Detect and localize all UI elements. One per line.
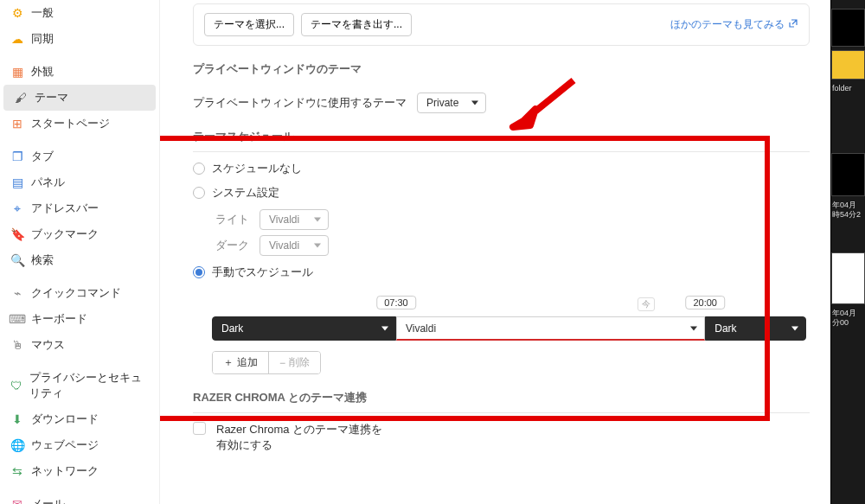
sidebar-item-startpage[interactable]: ⊞スタートページ: [0, 111, 159, 137]
sidebar-item-bookmarks-icon: 🔖: [10, 227, 24, 241]
sidebar-item-appearance-icon: ▦: [10, 65, 24, 79]
dark-theme-select[interactable]: Vivaldi: [260, 235, 329, 256]
theme-schedule-section: テーマスケジュール スケジュールなし システム設定 ライト Vivaldi ダー…: [193, 129, 810, 374]
private-window-theme-section: プライベートウィンドウのテーマ プライベートウィンドウに使用するテーマ Priv…: [193, 61, 810, 113]
settings-sidebar: ⚙一般☁同期▦外観🖌テーマ⊞スタートページ❐タブ▤パネル⌖アドレスバー🔖ブックマ…: [0, 0, 160, 504]
sidebar-item-label: プライバシーとセキュリティ: [29, 370, 149, 401]
sidebar-item-quickcmd-icon: ⌁: [10, 286, 24, 300]
sidebar-item-themes-icon: 🖌: [14, 91, 28, 105]
plus-icon: ＋: [223, 355, 234, 370]
sidebar-item-network-icon: ⇆: [10, 464, 24, 478]
sidebar-item-privacy[interactable]: 🛡プライバシーとセキュリティ: [0, 365, 159, 406]
sidebar-item-label: クイックコマンド: [31, 285, 121, 301]
sidebar-item-label: スタートページ: [31, 116, 110, 131]
add-schedule-button[interactable]: ＋ 追加: [213, 352, 268, 373]
desktop-thumb-label: 年04月 時54分2: [831, 200, 865, 220]
sidebar-item-bookmarks[interactable]: 🔖ブックマーク: [0, 221, 159, 247]
desktop-thumb-label: 年04月 分00: [831, 308, 865, 329]
minus-icon: −: [279, 357, 285, 369]
sidebar-item-downloads-icon: ⬇: [10, 412, 24, 426]
sidebar-item-general[interactable]: ⚙一般: [0, 0, 159, 26]
sidebar-item-label: ブックマーク: [31, 226, 99, 242]
sidebar-item-network[interactable]: ⇆ネットワーク: [0, 458, 159, 484]
sidebar-item-keyboard-icon: ⌨: [10, 312, 24, 326]
sidebar-item-webpages[interactable]: 🌐ウェブページ: [0, 432, 159, 458]
sidebar-item-sync-icon: ☁: [10, 32, 24, 46]
sidebar-item-panel-icon: ▤: [10, 175, 24, 189]
radio-system-label: システム設定: [212, 185, 279, 201]
schedule-add-remove-group: ＋ 追加 − 削除: [212, 351, 321, 374]
private-section-title: プライベートウィンドウのテーマ: [193, 61, 810, 84]
sidebar-item-search-icon: 🔍: [10, 253, 24, 267]
radio-manual-label: 手動でスケジュール: [212, 265, 313, 280]
light-label: ライト: [215, 212, 249, 227]
sidebar-item-label: 外観: [31, 64, 54, 80]
sidebar-item-label: テーマ: [35, 90, 68, 105]
razer-section-title: RAZER CHROMA とのテーマ連携: [193, 390, 810, 413]
radio-manual[interactable]: [193, 266, 205, 278]
sidebar-item-label: マウス: [31, 337, 65, 353]
more-themes-link[interactable]: ほかのテーマも見てみる: [670, 17, 798, 32]
sidebar-item-label: 同期: [31, 31, 54, 47]
sidebar-item-mouse-icon: 🖱: [10, 338, 24, 352]
sidebar-item-label: タブ: [31, 149, 54, 164]
desktop-thumb[interactable]: [831, 153, 865, 196]
settings-main: テーマを選択... テーマを書き出す... ほかのテーマも見てみる プライベート…: [160, 0, 830, 504]
radio-no-schedule-label: スケジュールなし: [212, 161, 302, 176]
remove-schedule-button[interactable]: − 削除: [268, 352, 320, 373]
schedule-seg-3[interactable]: Dark: [705, 316, 806, 341]
sidebar-item-general-icon: ⚙: [10, 6, 24, 20]
sidebar-item-mail[interactable]: ✉メール: [0, 491, 159, 504]
sidebar-item-addressbar[interactable]: ⌖アドレスバー: [0, 195, 159, 221]
razer-checkbox-label: Razer Chroma とのテーマ連携を有効にする: [216, 422, 389, 453]
sidebar-item-label: アドレスバー: [31, 201, 99, 216]
time-pill-1[interactable]: 07:30: [376, 296, 416, 309]
desktop-thumb[interactable]: [831, 252, 865, 304]
external-link-icon: [788, 18, 798, 31]
desktop-folder-label: folder: [831, 83, 865, 94]
export-theme-button[interactable]: テーマを書き出す...: [301, 13, 412, 36]
sidebar-item-search[interactable]: 🔍検索: [0, 247, 159, 273]
sidebar-item-label: メール: [31, 496, 65, 504]
theme-actions-box: テーマを選択... テーマを書き出す... ほかのテーマも見てみる: [193, 3, 810, 46]
sidebar-item-appearance[interactable]: ▦外観: [0, 59, 159, 85]
desktop-folder-icon[interactable]: [831, 50, 865, 80]
sidebar-item-panel[interactable]: ▤パネル: [0, 169, 159, 195]
schedule-seg-1[interactable]: Dark: [212, 316, 396, 341]
desktop-strip: folder 年04月 時54分2 年04月 分00: [830, 0, 865, 504]
sidebar-item-label: 検索: [31, 252, 54, 268]
sidebar-item-mouse[interactable]: 🖱マウス: [0, 332, 159, 358]
sidebar-item-quickcmd[interactable]: ⌁クイックコマンド: [0, 280, 159, 306]
sidebar-item-tabs-icon: ❐: [10, 150, 24, 163]
sidebar-item-label: 一般: [31, 5, 54, 21]
sidebar-item-downloads[interactable]: ⬇ダウンロード: [0, 406, 159, 432]
sidebar-item-label: キーボード: [31, 311, 87, 327]
radio-system[interactable]: [193, 187, 205, 199]
sidebar-item-themes[interactable]: 🖌テーマ: [3, 85, 156, 111]
sidebar-item-startpage-icon: ⊞: [10, 117, 24, 131]
private-theme-select[interactable]: Private: [417, 93, 486, 113]
sidebar-item-label: ダウンロード: [31, 411, 99, 427]
private-theme-label: プライベートウィンドウに使用するテーマ: [193, 95, 407, 111]
sidebar-item-addressbar-icon: ⌖: [10, 201, 24, 215]
desktop-thumb[interactable]: [831, 9, 865, 47]
sidebar-item-keyboard[interactable]: ⌨キーボード: [0, 306, 159, 332]
razer-enable-checkbox[interactable]: [193, 422, 206, 435]
sidebar-item-label: ウェブページ: [31, 437, 99, 453]
dark-label: ダーク: [215, 238, 249, 253]
schedule-seg-2[interactable]: Vivaldi: [396, 316, 705, 341]
sidebar-item-label: パネル: [31, 175, 65, 190]
radio-no-schedule[interactable]: [193, 163, 205, 175]
razer-chroma-section: RAZER CHROMA とのテーマ連携 Razer Chroma とのテーマ連…: [193, 390, 810, 453]
schedule-section-title: テーマスケジュール: [193, 129, 810, 152]
now-marker: 今: [638, 297, 655, 311]
select-theme-button[interactable]: テーマを選択...: [204, 13, 294, 36]
sidebar-item-label: ネットワーク: [31, 463, 99, 479]
sidebar-item-mail-icon: ✉: [10, 497, 24, 504]
sidebar-item-privacy-icon: 🛡: [10, 379, 22, 392]
time-pill-2[interactable]: 20:00: [685, 296, 725, 309]
light-theme-select[interactable]: Vivaldi: [260, 209, 329, 230]
sidebar-item-sync[interactable]: ☁同期: [0, 26, 159, 52]
sidebar-item-tabs[interactable]: ❐タブ: [0, 144, 159, 169]
schedule-timeline: 07:30 今 20:00 Dark Vivaldi Dark: [212, 296, 806, 341]
